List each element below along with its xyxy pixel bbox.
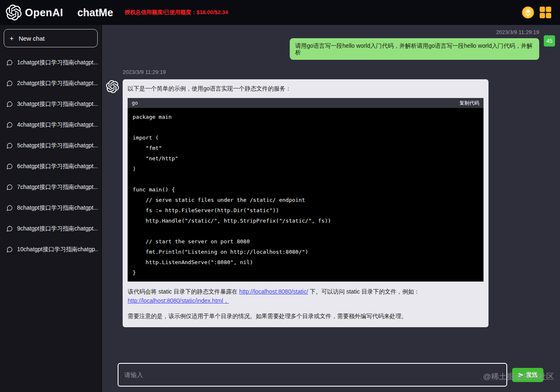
chat-history-list: 1chatgpt接口学习指南chatgpt... 2chatgpt接口学习指南c… [4,52,98,260]
chat-bubble-icon [6,246,13,253]
sidebar-chat-item[interactable]: 8chatgpt接口学习指南chatgpt... [4,198,98,218]
openai-brand: OpenAI [6,5,63,20]
sidebar-chat-item[interactable]: 9chatgpt接口学习指南chatgpt... [4,218,98,239]
chat-bubble-icon [6,80,13,87]
assistant-intro-text: 以下是一个简单的示例，使用go语言实现一个静态文件的服务： [128,85,484,93]
plus-icon: + [10,35,14,42]
code-block-header: go 复制代码 [128,98,484,108]
sidebar-chat-item[interactable]: 1chatgpt接口学习指南chatgpt... [4,52,98,73]
user-message-row: 请用go语言写一段hello world入门代码，并解析请用go语言写一段hel… [102,38,560,60]
sidebar-chat-item[interactable]: 4chatgpt接口学习指南chatgpt... [4,115,98,135]
assistant-message-row: 以下是一个简单的示例，使用go语言实现一个静态文件的服务： go 复制代码 pa… [102,79,560,327]
assistant-outro-text: 该代码会将 static 目录下的静态文件暴露在 http://localhos… [128,287,484,305]
sidebar-chat-item[interactable]: 5chatgpt接口学习指南chatgpt... [4,135,98,156]
chat-message-list[interactable]: 2023/3/9 11:29:19 请用go语言写一段hello world入门… [102,25,560,355]
chat-bubble-icon [6,163,13,170]
app-header: OpenAI chatMe 授权总信用额度/已使用额度：$18.00/$2.34 [0,0,560,25]
app-title: chatMe [77,7,113,19]
chat-bubble-icon [6,205,13,211]
brand-name: OpenAI [25,7,63,19]
chat-bubble-icon [6,184,13,191]
header-icons [522,6,552,19]
new-chat-button[interactable]: + New chat [4,29,98,47]
openai-avatar-icon [106,80,119,93]
outro-text-part2: 下。可以访问 static 目录下的文件，例如： [308,288,419,295]
chat-item-label: 9chatgpt接口学习指南chatgpt... [17,225,98,233]
send-button-label: 发送 [526,371,538,379]
copy-code-button[interactable]: 复制代码 [459,100,479,107]
chat-item-label: 10chatgpt接口学习指南chatgp... [17,246,98,253]
openai-logo-icon [6,5,22,20]
assistant-note-text: 需要注意的是，该示例仅适用于单个目录的情况。如果需要处理多个目录或文件，需要额外… [128,312,484,321]
static-url-link[interactable]: http://localhost:8080/static/ [239,288,308,295]
chat-item-label: 4chatgpt接口学习指南chatgpt... [17,121,98,129]
assistant-message-card: 以下是一个简单的示例，使用go语言实现一个静态文件的服务： go 复制代码 pa… [123,79,488,327]
chat-bubble-icon [6,101,13,108]
sidebar-chat-item[interactable]: 7chatgpt接口学习指南chatgpt... [4,177,98,198]
chat-bubble-icon [6,122,13,128]
code-language-label: go [132,100,138,106]
user-message-timestamp: 2023/3/9 11:29:19 [102,29,560,35]
code-block: go 复制代码 package main import ( "fmt" "net… [128,98,484,282]
message-count-badge: 45 [544,35,555,47]
chat-bubble-icon [6,225,13,232]
composer: 发送 [118,363,543,387]
coin-icon[interactable] [522,6,534,19]
sidebar-chat-item[interactable]: 2chatgpt接口学习指南chatgpt... [4,73,98,94]
credit-quota-text: 授权总信用额度/已使用额度：$18.00/$2.34 [125,9,228,16]
apps-grid-icon[interactable] [539,6,552,19]
chat-bubble-icon [6,142,13,149]
index-url-link[interactable]: http://localhost:8080/static/index.html， [128,297,229,304]
sidebar-chat-item[interactable]: 3chatgpt接口学习指南chatgpt... [4,94,98,115]
sidebar: + New chat 1chatgpt接口学习指南chatgpt... 2cha… [0,25,102,392]
chat-item-label: 1chatgpt接口学习指南chatgpt... [17,59,98,66]
chat-item-label: 5chatgpt接口学习指南chatgpt... [17,142,98,149]
chat-item-label: 3chatgpt接口学习指南chatgpt... [17,100,98,108]
message-input[interactable] [118,363,507,387]
chat-item-label: 7chatgpt接口学习指南chatgpt... [17,184,98,191]
send-button[interactable]: 发送 [512,368,543,382]
assistant-message-timestamp: 2023/3/9 11:29:19 [102,69,560,75]
chat-item-label: 2chatgpt接口学习指南chatgpt... [17,80,98,87]
send-plane-icon [518,372,524,378]
sidebar-chat-item[interactable]: 10chatgpt接口学习指南chatgp... [4,239,98,260]
chat-bubble-icon [6,59,13,66]
user-message-bubble: 请用go语言写一段hello world入门代码，并解析请用go语言写一段hel… [290,38,539,60]
code-content: package main import ( "fmt" "net/http" )… [128,108,484,282]
outro-text-part1: 该代码会将 static 目录下的静态文件暴露在 [128,288,239,295]
chat-main-area: 2023/3/9 11:29:19 请用go语言写一段hello world入门… [102,25,560,392]
new-chat-label: New chat [19,35,45,42]
sidebar-chat-item[interactable]: 6chatgpt接口学习指南chatgpt... [4,156,98,177]
chat-item-label: 8chatgpt接口学习指南chatgpt... [17,204,98,212]
chat-item-label: 6chatgpt接口学习指南chatgpt... [17,163,98,170]
